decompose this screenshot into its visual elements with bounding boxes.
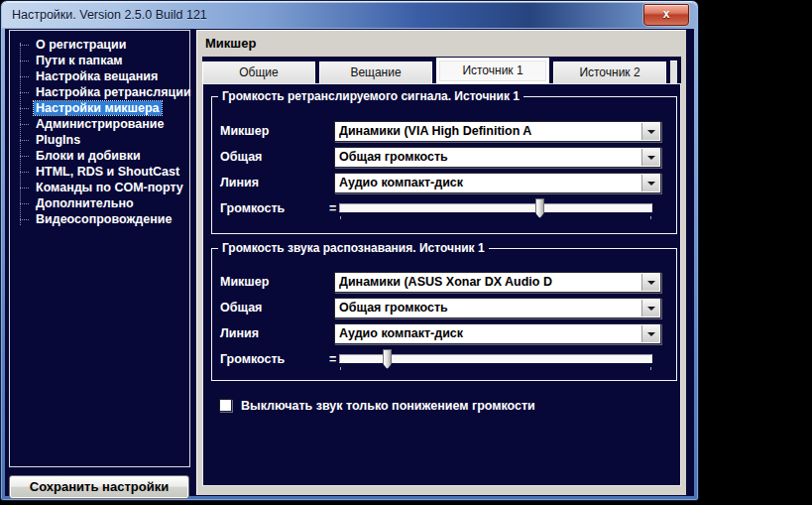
tab-3[interactable]: Источник 2 (553, 62, 666, 83)
dropdown-button[interactable] (641, 149, 659, 166)
mixer-panel: Микшер ОбщиеВещаниеИсточник 1Источник 2 … (196, 30, 686, 495)
dropdown-button[interactable] (641, 274, 659, 291)
sidebar-item-0[interactable]: О регистрации (10, 37, 189, 53)
sidebar-item-2[interactable]: Настройка вещания (10, 68, 189, 84)
recognition-volume-group: Громкость звука распознавания. Источник … (211, 248, 677, 381)
combobox-value: Аудио компакт-диск (339, 176, 638, 189)
chevron-down-icon (647, 307, 655, 311)
mixer-label: Микшер (220, 272, 269, 293)
save-settings-button[interactable]: Сохранить настройки (9, 475, 189, 499)
combobox-value: Динамики (ASUS Xonar DX Audio D (339, 275, 638, 289)
sidebar-item-label: Дополнительно (34, 196, 136, 210)
master-combobox[interactable]: Общая громкость (334, 298, 661, 318)
master-combobox[interactable]: Общая громкость (334, 147, 661, 168)
sidebar-item-5[interactable]: Администрирование (10, 116, 189, 132)
window-title: Настройки. Version 2.5.0 Build 121 (12, 8, 207, 22)
checkbox-label: Выключать звук только понижением громкос… (241, 399, 535, 413)
mixer-combobox[interactable]: Динамики (VIA High Definition A (334, 121, 661, 142)
relay-volume-group: Громкость ретранслируемого сигнала. Исто… (211, 96, 677, 234)
sidebar-item-1[interactable]: Пути к папкам (10, 53, 189, 68)
titlebar[interactable]: Настройки. Version 2.5.0 Build 121 x (2, 2, 697, 28)
volume-label: Громкость (220, 349, 285, 370)
sidebar-item-10[interactable]: Дополнительно (10, 195, 189, 211)
master-label: Общая (220, 298, 262, 318)
mute-mode-checkbox[interactable] (219, 399, 232, 412)
combobox-value: Динамики (VIA High Definition A (339, 124, 638, 138)
source1-tab-page: Громкость ретранслируемого сигнала. Исто… (202, 83, 681, 486)
volume-slider-thumb[interactable] (383, 349, 392, 369)
sidebar-item-6[interactable]: PlugIns (10, 132, 189, 148)
sidebar-item-label: Видеосопровождение (34, 212, 174, 226)
tab-bar: ОбщиеВещаниеИсточник 1Источник 2 (202, 57, 681, 83)
tab-2[interactable]: Источник 1 (436, 58, 549, 83)
mixer-label: Микшер (220, 121, 269, 142)
chevron-down-icon (647, 182, 655, 186)
chevron-down-icon (647, 130, 655, 134)
chevron-down-icon (647, 156, 655, 160)
dropdown-button[interactable] (641, 123, 659, 140)
sidebar-item-7[interactable]: Блоки и добивки (10, 148, 189, 164)
sidebar-item-label: Команды по COM-порту (34, 181, 185, 194)
chevron-down-icon (647, 332, 655, 336)
line-label: Линия (220, 323, 259, 344)
sidebar-item-label: Настройка ретрансляции (34, 85, 193, 99)
dropdown-button[interactable] (641, 300, 659, 316)
sidebar-item-label: Администрирование (34, 117, 166, 131)
sidebar-item-11[interactable]: Видеосопровождение (10, 211, 189, 227)
tab-0[interactable]: Общие (202, 62, 315, 83)
group-title: Громкость звука распознавания. Источник … (218, 241, 489, 255)
chevron-down-icon (647, 281, 655, 285)
sidebar-item-label: HTML, RDS и ShoutCast (34, 165, 181, 179)
sidebar-item-label: Блоки и добивки (34, 149, 143, 163)
panel-title: Микшер (205, 36, 256, 51)
combobox-value: Аудио компакт-диск (339, 326, 638, 340)
dropdown-button[interactable] (641, 175, 659, 191)
sidebar-item-3[interactable]: Настройка ретрансляции (10, 84, 189, 100)
close-button[interactable]: x (643, 4, 689, 26)
sidebar-item-label: Настройки микшера (34, 101, 162, 115)
volume-label: Громкость (220, 198, 285, 219)
sidebar-item-label: Пути к папкам (34, 54, 125, 67)
equals-sign: = (329, 349, 336, 370)
sidebar-item-9[interactable]: Команды по COM-порту (10, 180, 189, 195)
dropdown-button[interactable] (641, 325, 659, 342)
settings-window: Настройки. Version 2.5.0 Build 121 x О р… (0, 0, 699, 501)
sidebar-item-label: PlugIns (34, 133, 82, 147)
combobox-value: Общая громкость (339, 301, 638, 315)
sidebar-item-4[interactable]: Настройки микшера (10, 100, 189, 116)
volume-slider[interactable] (339, 354, 652, 363)
line-label: Линия (220, 173, 259, 193)
tab-1[interactable]: Вещание (319, 62, 432, 83)
mixer-combobox[interactable]: Динамики (ASUS Xonar DX Audio D (334, 272, 661, 293)
line-combobox[interactable]: Аудио компакт-диск (334, 173, 661, 193)
sidebar-item-label: О регистрации (34, 38, 128, 52)
equals-sign: = (329, 198, 336, 219)
sidebar-item-label: Настройка вещания (34, 69, 160, 83)
tab-strip-stub (670, 61, 677, 83)
combobox-value: Общая громкость (339, 150, 638, 164)
volume-slider[interactable] (339, 203, 652, 212)
sidebar-item-8[interactable]: HTML, RDS и ShoutCast (10, 164, 189, 180)
master-label: Общая (220, 147, 262, 168)
volume-slider-thumb[interactable] (535, 198, 544, 218)
group-title: Громкость ретранслируемого сигнала. Исто… (218, 89, 523, 103)
line-combobox[interactable]: Аудио компакт-диск (334, 323, 661, 344)
client-area: О регистрацииПути к папкамНастройка веща… (5, 29, 694, 496)
sidebar-tree: О регистрацииПути к папкамНастройка веща… (9, 30, 190, 467)
